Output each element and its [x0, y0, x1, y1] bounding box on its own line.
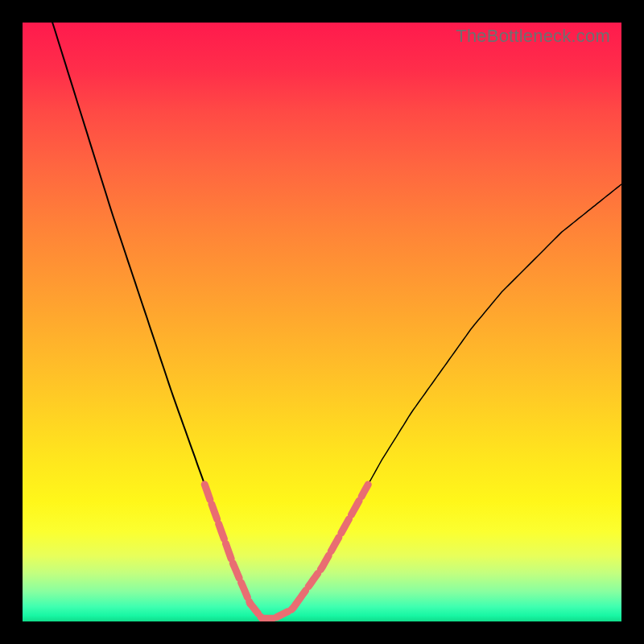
chart-plot-area: TheBottleneck.com — [23, 23, 621, 621]
bottleneck-curve-right — [262, 184, 621, 618]
tolerance-band-right — [296, 485, 368, 604]
chart-overlay-svg — [23, 23, 621, 621]
bottleneck-curve-left — [23, 23, 262, 618]
chart-frame: TheBottleneck.com — [0, 0, 644, 644]
watermark-text: TheBottleneck.com — [456, 26, 610, 47]
tolerance-band-floor — [250, 604, 296, 619]
tolerance-band-left — [204, 485, 250, 604]
